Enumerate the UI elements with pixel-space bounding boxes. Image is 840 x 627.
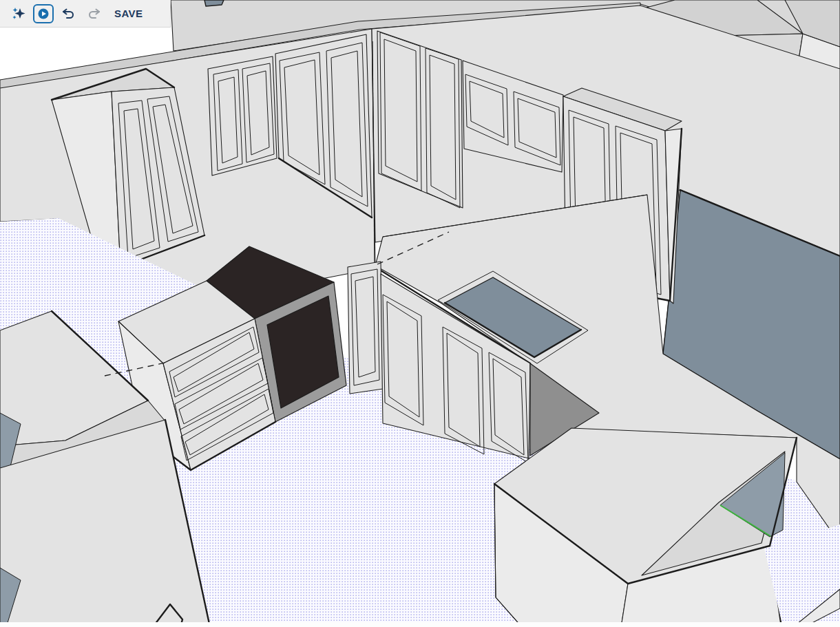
ai-sparkles-button[interactable] <box>7 3 30 25</box>
play-button[interactable] <box>33 4 54 23</box>
far-window-sliver <box>204 0 224 6</box>
save-button[interactable]: SAVE <box>114 8 143 19</box>
3d-viewport[interactable] <box>0 0 840 627</box>
play-icon <box>37 8 50 20</box>
sparkles-icon <box>10 6 27 22</box>
app-window: SAVE <box>0 0 840 627</box>
kitchen-island <box>494 428 797 627</box>
corner-base-cabinet <box>348 262 383 394</box>
undo-icon <box>61 6 76 21</box>
bottom-ground-strip <box>0 622 840 627</box>
toolbar: SAVE <box>0 0 171 28</box>
redo-button[interactable] <box>83 3 106 25</box>
redo-icon <box>87 6 102 21</box>
undo-button[interactable] <box>56 3 80 25</box>
